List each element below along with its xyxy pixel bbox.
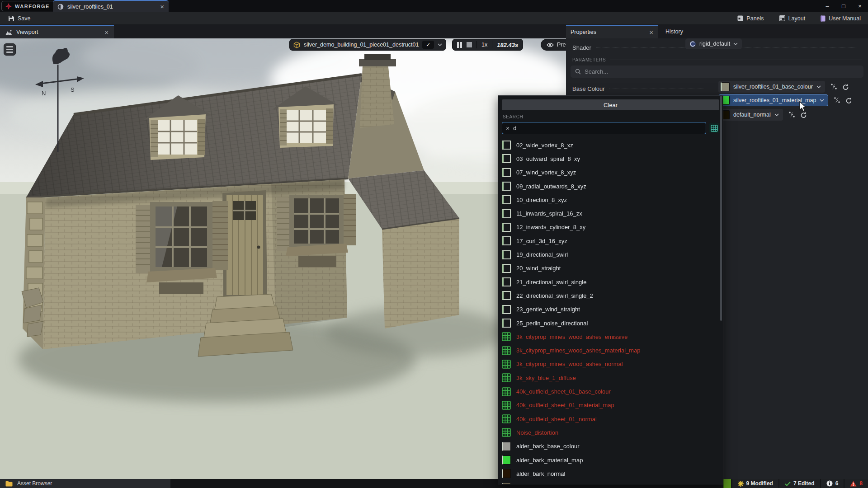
reset-icon[interactable] bbox=[845, 97, 852, 103]
picker-search-box[interactable]: × bbox=[502, 122, 706, 134]
chevron-down-icon bbox=[733, 42, 738, 45]
texture-picker-item[interactable]: 40k_outfield_sheet_01_material_map bbox=[498, 399, 723, 412]
texture-grid-icon bbox=[502, 360, 511, 369]
document-tab[interactable]: silver_rooftiles_01 × bbox=[53, 0, 169, 12]
panels-button[interactable]: Panels bbox=[733, 12, 768, 24]
texture-picker-item[interactable]: Noise_distortion bbox=[498, 426, 723, 439]
app-logo[interactable]: WARFORGE bbox=[1, 1, 56, 11]
texture-slot-0[interactable]: silver_rooftiles_01_base_colour bbox=[718, 80, 849, 93]
viewport-3d[interactable]: N S bbox=[0, 38, 566, 479]
user-manual-button[interactable]: User Manual bbox=[816, 12, 865, 24]
texture-picker-item[interactable]: 03_outward_spiral_8_xy bbox=[498, 152, 723, 165]
menubar-right: Panels Layout User Manual bbox=[733, 12, 865, 24]
texture-picker-item[interactable]: 02_wide_vortex_8_xz bbox=[498, 138, 723, 152]
texture-slot-1[interactable]: silver_rooftiles_01_material_map bbox=[718, 94, 852, 106]
clear-button[interactable]: Clear bbox=[502, 99, 719, 110]
reset-icon[interactable] bbox=[842, 84, 849, 90]
viewport-tab-close-icon[interactable]: × bbox=[104, 29, 108, 36]
texture-slot-dropdown[interactable]: default_normal bbox=[718, 109, 783, 121]
modified-count: 9 Modified bbox=[746, 480, 773, 487]
texture-picker-item[interactable] bbox=[498, 481, 723, 484]
tab-properties[interactable]: Properties × bbox=[566, 25, 658, 38]
texture-picker-item[interactable]: 40k_outfield_sheet_01_base_colour bbox=[498, 385, 723, 398]
base-colour-row: Base Colour bbox=[572, 84, 708, 94]
info-indicator[interactable]: 6 bbox=[821, 479, 844, 488]
texture-slot-dropdown[interactable]: silver_rooftiles_01_base_colour bbox=[718, 81, 825, 93]
svg-text:N: N bbox=[42, 90, 46, 97]
texture-item-label: 19_directional_swirl bbox=[516, 251, 568, 258]
pattern-thumbnail bbox=[502, 141, 511, 150]
properties-tab-close-icon[interactable]: × bbox=[649, 29, 653, 36]
texture-item-label: 3k_cityprop_mines_wood_ashes_material_ma… bbox=[516, 347, 641, 354]
texture-picker-item[interactable]: alder_bark_normal bbox=[498, 467, 723, 480]
texture-picker-item[interactable]: 10_direction_8_xyz bbox=[498, 193, 723, 206]
viewport-tab[interactable]: Viewport × bbox=[0, 25, 114, 38]
texture-picker-item[interactable]: 22_directional_swirl_single_2 bbox=[498, 289, 723, 302]
texture-picker-item[interactable]: 11_inwards_spiral_16_zx bbox=[498, 207, 723, 221]
stop-button[interactable] bbox=[467, 42, 472, 47]
warning-icon bbox=[850, 481, 857, 487]
close-button[interactable]: × bbox=[852, 0, 868, 12]
properties-tab-label: Properties bbox=[571, 29, 649, 35]
slot-actions bbox=[830, 83, 849, 90]
asset-confirm-button[interactable]: ✓ bbox=[422, 41, 434, 49]
texture-picker-item[interactable]: 19_directional_swirl bbox=[498, 248, 723, 261]
texture-picker-item[interactable]: 3k_cityprop_mines_wood_ashes_normal bbox=[498, 357, 723, 371]
texture-slot-dropdown[interactable]: silver_rooftiles_01_material_map bbox=[718, 94, 828, 106]
texture-picker-item[interactable]: 09_radial_outwards_8_xyz bbox=[498, 179, 723, 193]
texture-picker-item[interactable]: 3k_cityprop_mines_wood_ashes_material_ma… bbox=[498, 344, 723, 357]
texture-picker-item[interactable]: 21_directional_swirl_single bbox=[498, 275, 723, 289]
base-colour-label: Base Colour bbox=[572, 85, 605, 92]
grid-view-button[interactable] bbox=[709, 123, 719, 133]
shader-ball-icon bbox=[689, 41, 696, 47]
edited-indicator[interactable]: 7 Edited bbox=[779, 479, 820, 488]
expression-icon[interactable] bbox=[788, 111, 795, 118]
picker-search-input[interactable] bbox=[513, 125, 702, 131]
tab-history[interactable]: History bbox=[658, 25, 691, 38]
texture-picker-item[interactable]: 07_wind_vortex_8_xyz bbox=[498, 166, 723, 179]
layout-button[interactable]: Layout bbox=[775, 12, 810, 24]
texture-picker-item[interactable]: alder_bark_material_map bbox=[498, 453, 723, 467]
texture-picker-item[interactable]: 40k_outfield_sheet_01_normal bbox=[498, 412, 723, 426]
maximize-button[interactable]: □ bbox=[835, 0, 852, 12]
texture-picker-item[interactable]: 23_gentle_wind_straight bbox=[498, 303, 723, 316]
texture-thumbnail bbox=[502, 483, 511, 484]
texture-slot-2[interactable]: default_normal bbox=[718, 108, 807, 121]
parameter-search[interactable] bbox=[571, 66, 863, 78]
texture-picker-item[interactable]: 12_inwards_cylinder_8_xy bbox=[498, 221, 723, 234]
asset-browser-tab[interactable]: Asset Browser bbox=[0, 479, 170, 488]
playback-speed[interactable]: 1x bbox=[481, 42, 487, 48]
parameter-search-input[interactable] bbox=[585, 68, 859, 75]
texture-thumbnail bbox=[721, 82, 730, 91]
pause-button[interactable] bbox=[457, 42, 462, 48]
reset-icon[interactable] bbox=[800, 112, 807, 118]
shader-dropdown[interactable]: rigid_default bbox=[685, 38, 742, 49]
asterisk-icon bbox=[738, 481, 744, 487]
modified-indicator[interactable]: 9 Modified bbox=[732, 479, 778, 488]
texture-picker-item[interactable]: alder_bark_base_colour bbox=[498, 440, 723, 453]
texture-item-label: 10_direction_8_xyz bbox=[516, 197, 567, 203]
pattern-thumbnail bbox=[502, 319, 511, 328]
asset-selector-dropdown[interactable]: silver_demo_building_01_piece01_destruct… bbox=[289, 39, 446, 51]
document-tab-close-icon[interactable]: × bbox=[160, 3, 164, 10]
mountain-icon bbox=[5, 29, 12, 35]
eye-icon bbox=[547, 42, 554, 47]
picker-search-label: SEARCH bbox=[503, 114, 523, 119]
save-button[interactable]: Save bbox=[4, 12, 35, 24]
preview-button[interactable]: Preview bbox=[541, 39, 566, 51]
texture-picker-item[interactable]: 17_curl_3d_16_xyz bbox=[498, 234, 723, 248]
texture-picker-item[interactable]: 25_perlin_noise_directional bbox=[498, 316, 723, 330]
texture-picker-item[interactable]: 3k_sky_blue_1_diffuse bbox=[498, 371, 723, 385]
minimize-button[interactable]: – bbox=[819, 0, 835, 12]
warning-indicator[interactable]: 8 bbox=[844, 479, 868, 488]
clear-search-icon[interactable]: × bbox=[506, 125, 509, 132]
expression-icon[interactable] bbox=[830, 83, 837, 90]
scrollbar[interactable] bbox=[720, 96, 722, 321]
expression-icon[interactable] bbox=[834, 97, 840, 103]
texture-item-label: 3k_cityprop_mines_wood_ashes_emissive bbox=[516, 333, 627, 340]
texture-picker-item[interactable]: 20_wind_straight bbox=[498, 262, 723, 275]
panels-label: Panels bbox=[746, 15, 764, 22]
pattern-thumbnail bbox=[502, 209, 511, 218]
pattern-thumbnail bbox=[502, 195, 511, 204]
texture-picker-item[interactable]: 3k_cityprop_mines_wood_ashes_emissive bbox=[498, 330, 723, 343]
